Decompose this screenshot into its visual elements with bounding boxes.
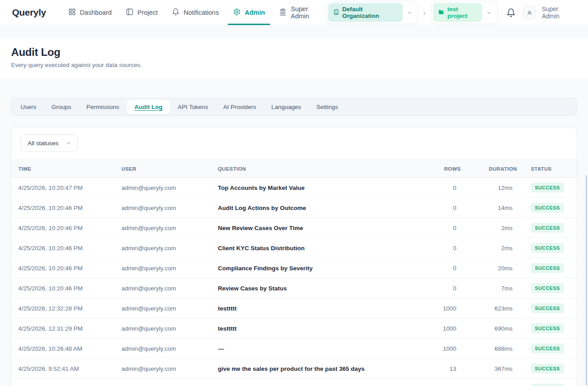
tab-api-tokens[interactable]: API Tokens — [170, 100, 216, 114]
app-logo[interactable]: Queryly — [12, 7, 46, 18]
cell-rows: 0 — [407, 265, 461, 272]
table-row[interactable]: 4/25/2026, 12:31:29 PM admin@queryly.com… — [11, 319, 577, 339]
breadcrumb-separator: › — [423, 9, 426, 17]
nav-label: Notifications — [183, 9, 219, 16]
status-badge: SUCCESS — [531, 283, 564, 293]
main-content: Users Groups Permissions Audit Log API T… — [0, 98, 588, 386]
status-badge: SUCCESS — [531, 243, 564, 253]
cell-user: admin@queryly.com — [121, 205, 218, 211]
cell-user: admin@queryly.com — [121, 345, 218, 352]
cell-time: 4/25/2026, 10:20:46 PM — [18, 245, 121, 252]
cell-question: testtttt — [218, 305, 407, 312]
org-switcher[interactable]: Default Organization — [326, 1, 418, 24]
cell-user: admin@queryly.com — [121, 245, 218, 252]
status-badge: SUCCESS — [531, 344, 564, 353]
cell-rows: 0 — [407, 225, 461, 231]
chevron-down-icon — [486, 10, 492, 16]
table-header: TIME USER QUESTION ROWS DURATION STATUS — [11, 159, 577, 178]
table-row[interactable]: 4/25/2026, 12:32:28 PM admin@queryly.com… — [11, 298, 577, 319]
cell-duration: 688ms — [461, 345, 517, 352]
folder-icon — [438, 9, 444, 17]
column-header-time: TIME — [18, 166, 121, 172]
cell-question: Top Accounts by Market Value — [218, 185, 407, 191]
cell-question: — — [218, 345, 407, 352]
table-row[interactable]: 4/25/2026, 10:20:47 PM admin@queryly.com… — [11, 178, 577, 198]
status-badge: SUCCESS — [531, 323, 564, 333]
cell-user: admin@queryly.com — [121, 325, 218, 332]
nav-item-project[interactable]: Project — [119, 0, 165, 25]
cell-duration: 690ms — [461, 325, 517, 332]
cell-question: Audit Log Actions by Outcome — [218, 205, 407, 211]
nav-item-dashboard[interactable]: Dashboard — [61, 0, 119, 25]
cell-time: 4/25/2026, 12:32:28 PM — [18, 305, 121, 312]
navbar-right: Default Organization › test project A Su… — [326, 1, 576, 24]
cell-question: Client KYC Status Distribution — [218, 245, 407, 252]
tab-users[interactable]: Users — [13, 100, 44, 114]
scrollbar[interactable] — [586, 175, 587, 385]
nav-label: Dashboard — [80, 9, 112, 16]
table-row[interactable]: 4/25/2026, 10:20:46 PM admin@queryly.com… — [11, 198, 577, 218]
table-row[interactable]: SUCCESS — [11, 379, 577, 386]
nav-item-notifications[interactable]: Notifications — [165, 0, 226, 25]
cell-rows: 0 — [407, 245, 461, 252]
cell-question: give me the sales per product for the pa… — [218, 365, 407, 372]
project-name: test project — [447, 6, 477, 19]
table-row[interactable]: 4/25/2026, 10:20:46 PM admin@queryly.com… — [11, 218, 577, 238]
admin-tabs: Users Groups Permissions Audit Log API T… — [11, 98, 577, 116]
status-filter-value: All statuses — [28, 140, 58, 147]
cell-question: Review Cases by Status — [218, 285, 407, 292]
table-row[interactable]: 4/25/2026, 10:20:46 PM admin@queryly.com… — [11, 238, 577, 258]
project-badge: test project — [433, 3, 482, 22]
status-filter-select[interactable]: All statuses — [21, 134, 78, 152]
cell-rows: 0 — [407, 285, 461, 292]
status-badge: SUCCESS — [531, 384, 564, 386]
nav-item-super-admin[interactable]: Super Admin — [272, 0, 325, 25]
cell-user: admin@queryly.com — [121, 365, 218, 372]
status-badge: SUCCESS — [531, 223, 564, 233]
tab-ai-providers[interactable]: AI Providers — [216, 100, 264, 114]
tab-languages[interactable]: Languages — [264, 100, 309, 114]
cell-duration: 7ms — [461, 285, 517, 292]
filter-row: All statuses — [11, 127, 577, 159]
status-badge: SUCCESS — [531, 263, 564, 273]
nav-label: Admin — [245, 9, 265, 16]
org-name: Default Organization — [342, 6, 398, 19]
notifications-bell-button[interactable] — [506, 8, 516, 17]
cell-time: 4/25/2026, 10:26:48 AM — [18, 345, 121, 352]
chevron-down-icon — [407, 10, 412, 16]
tab-settings[interactable]: Settings — [309, 100, 346, 114]
table-row[interactable]: 4/25/2026, 10:20:46 PM admin@queryly.com… — [11, 258, 577, 278]
cell-duration: 2ms — [461, 245, 517, 252]
column-header-user: USER — [121, 166, 218, 172]
cell-time: 4/25/2026, 10:20:46 PM — [18, 205, 121, 211]
landmark-icon — [279, 8, 287, 17]
cell-rows: 0 — [407, 185, 461, 191]
nav-item-admin[interactable]: Admin — [226, 0, 272, 25]
cell-duration: 12ms — [461, 185, 517, 191]
bell-icon — [506, 8, 516, 17]
page-title: Audit Log — [11, 46, 577, 59]
status-badge: SUCCESS — [531, 203, 564, 213]
cell-question: testtttt — [218, 325, 407, 332]
top-navbar: Queryly Dashboard Project Notifications … — [0, 0, 588, 25]
user-avatar[interactable]: A — [523, 6, 536, 19]
column-header-question: QUESTION — [218, 166, 407, 172]
cell-rows: 1000 — [407, 325, 461, 332]
cell-rows: 1000 — [407, 345, 461, 352]
table-row[interactable]: 4/25/2026, 10:26:48 AM admin@queryly.com… — [11, 339, 577, 359]
project-switcher[interactable]: test project — [431, 1, 498, 24]
building-icon — [333, 9, 339, 17]
cell-time: 4/25/2026, 10:20:46 PM — [18, 225, 121, 231]
cell-time: 4/25/2026, 10:20:46 PM — [18, 285, 121, 292]
tab-groups[interactable]: Groups — [44, 100, 79, 114]
main-nav: Dashboard Project Notifications Admin Su… — [61, 0, 326, 25]
column-header-status: STATUS — [517, 166, 577, 172]
cell-user: admin@queryly.com — [121, 305, 218, 312]
table-row[interactable]: 4/25/2026, 10:20:46 PM admin@queryly.com… — [11, 278, 577, 298]
tab-audit-log[interactable]: Audit Log — [127, 100, 170, 114]
tab-permissions[interactable]: Permissions — [79, 100, 127, 114]
page-subtitle: Every query executed against your data s… — [11, 62, 577, 68]
status-badge: SUCCESS — [531, 364, 564, 373]
table-row[interactable]: 4/25/2026, 9:52:41 AM admin@queryly.com … — [11, 359, 577, 379]
cell-question: New Review Cases Over Time — [218, 225, 407, 231]
